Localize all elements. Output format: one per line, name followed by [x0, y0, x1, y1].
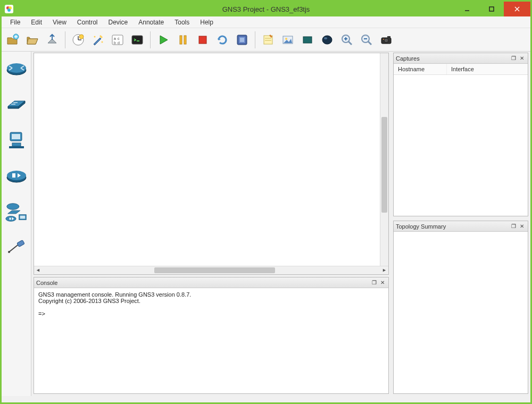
svg-rect-17 — [132, 36, 143, 44]
host-device-button[interactable] — [5, 128, 28, 152]
wizard-button[interactable] — [89, 31, 107, 49]
svg-line-38 — [368, 41, 371, 45]
svg-rect-49 — [9, 146, 24, 148]
labels-button[interactable]: acbd — [109, 31, 127, 49]
console-panel-header[interactable]: Console ❐ ✕ — [34, 277, 388, 288]
switch-device-button[interactable] — [5, 92, 28, 115]
content-area: ◄ ► Console ❐ ✕ GNS3 management console.… — [2, 52, 530, 396]
captures-col-hostname[interactable]: Hostname — [394, 64, 447, 74]
menu-device[interactable]: Device — [103, 18, 134, 27]
app-icon — [5, 5, 13, 13]
captures-table-header: Hostname Interface — [394, 64, 528, 75]
svg-rect-4 — [489, 7, 494, 11]
svg-rect-55 — [20, 216, 25, 219]
vertical-scrollbar[interactable] — [380, 53, 388, 266]
add-note-button[interactable] — [259, 31, 277, 49]
add-ellipse-button[interactable] — [318, 31, 336, 49]
add-rectangle-button[interactable] — [298, 31, 317, 49]
console-panel-title: Console — [36, 280, 369, 286]
close-icon[interactable]: ✕ — [518, 55, 526, 62]
captures-panel-header[interactable]: Captures ❐ ✕ — [394, 53, 528, 64]
zoom-in-button[interactable] — [338, 31, 356, 49]
console-line: Copyright (c) 2006-2013 GNS3 Project. — [38, 298, 140, 304]
undock-icon[interactable]: ❐ — [510, 223, 517, 230]
captures-col-interface[interactable]: Interface — [447, 64, 478, 74]
svg-rect-19 — [180, 36, 182, 44]
svg-rect-24 — [240, 38, 244, 42]
svg-point-11 — [102, 41, 103, 43]
save-project-button[interactable] — [43, 31, 61, 49]
svg-text:c: c — [118, 37, 120, 40]
virtualbox-button[interactable] — [233, 31, 251, 49]
link-tool-button[interactable] — [5, 237, 28, 260]
svg-point-31 — [322, 36, 332, 44]
menu-tools[interactable]: Tools — [169, 18, 195, 27]
reload-button[interactable] — [213, 31, 231, 49]
canvas-area[interactable] — [34, 53, 380, 266]
menu-help[interactable]: Help — [195, 18, 219, 27]
all-devices-button[interactable] — [5, 200, 28, 224]
topology-summary-panel: Topology Summary ❐ ✕ — [393, 221, 528, 394]
topology-panel-title: Topology Summary — [396, 223, 509, 230]
svg-point-45 — [7, 63, 26, 73]
snapshot-button[interactable] — [69, 31, 87, 49]
pause-button[interactable] — [174, 31, 192, 49]
minimize-button[interactable] — [455, 2, 479, 16]
menu-file[interactable]: File — [5, 18, 26, 27]
svg-line-34 — [348, 41, 352, 45]
captures-body[interactable] — [394, 75, 528, 216]
app-window: GNS3 Project - GNS3_ef3tjs File Edit Vie… — [0, 0, 532, 404]
topology-panel-header[interactable]: Topology Summary ❐ ✕ — [394, 221, 528, 232]
maximize-button[interactable] — [479, 2, 504, 16]
svg-point-59 — [8, 251, 10, 253]
router-device-button[interactable] — [5, 56, 28, 79]
center-column: ◄ ► Console ❐ ✕ GNS3 management console.… — [31, 52, 391, 396]
open-project-button[interactable] — [23, 31, 41, 49]
scroll-right-icon[interactable]: ► — [382, 267, 387, 273]
stop-button[interactable] — [194, 31, 212, 49]
menu-annotate[interactable]: Annotate — [133, 18, 169, 27]
svg-point-29 — [285, 38, 287, 40]
add-picture-button[interactable] — [279, 31, 297, 49]
undock-icon[interactable]: ❐ — [510, 55, 517, 62]
new-project-button[interactable] — [4, 31, 22, 49]
captures-panel: Captures ❐ ✕ Hostname Interface — [393, 53, 528, 216]
horizontal-scrollbar[interactable]: ◄ ► — [34, 266, 388, 274]
svg-rect-30 — [303, 37, 312, 43]
svg-text:d: d — [118, 41, 120, 45]
svg-point-10 — [94, 36, 96, 37]
captures-panel-title: Captures — [396, 55, 509, 62]
zoom-out-button[interactable] — [358, 31, 376, 49]
scroll-left-icon[interactable]: ◄ — [36, 267, 40, 273]
start-button[interactable] — [154, 31, 172, 49]
menu-control[interactable]: Control — [72, 18, 103, 27]
toolbar-separator — [65, 31, 65, 48]
close-icon[interactable]: ✕ — [379, 279, 386, 287]
svg-rect-42 — [387, 36, 390, 38]
close-button[interactable] — [504, 2, 530, 16]
svg-text:a: a — [114, 37, 116, 40]
menu-edit[interactable]: Edit — [26, 18, 47, 27]
svg-point-53 — [6, 204, 19, 209]
terminal-button[interactable] — [128, 31, 146, 49]
workspace-canvas[interactable]: ◄ ► — [34, 53, 389, 275]
svg-rect-57 — [9, 218, 11, 220]
screenshot-button[interactable] — [377, 31, 395, 49]
svg-rect-48 — [12, 143, 21, 146]
svg-text:b: b — [114, 41, 116, 45]
console-output[interactable]: GNS3 management console. Running GNS3 ve… — [34, 288, 388, 393]
svg-point-51 — [7, 171, 26, 180]
svg-rect-21 — [199, 36, 206, 44]
svg-rect-52 — [12, 173, 15, 178]
cloud-device-button[interactable] — [5, 164, 28, 188]
toolbar-separator — [255, 31, 255, 48]
undock-icon[interactable]: ❐ — [370, 279, 378, 287]
menu-view[interactable]: View — [47, 18, 72, 27]
right-column: Captures ❐ ✕ Hostname Interface Topology… — [391, 52, 530, 396]
svg-point-41 — [384, 38, 388, 43]
close-icon[interactable]: ✕ — [518, 223, 526, 230]
console-panel: Console ❐ ✕ GNS3 management console. Run… — [34, 277, 389, 394]
svg-rect-58 — [16, 240, 24, 247]
titlebar[interactable]: GNS3 Project - GNS3_ef3tjs — [2, 2, 530, 16]
topology-body[interactable] — [394, 232, 528, 393]
